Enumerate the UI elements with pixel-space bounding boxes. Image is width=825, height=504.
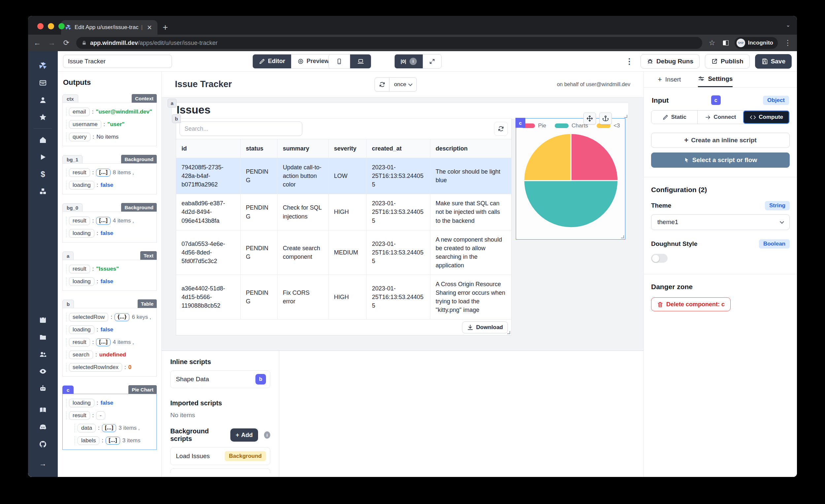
output-section-id[interactable]: bg_1 <box>62 155 82 163</box>
output-row-query[interactable]: query:No items <box>66 133 152 141</box>
table-cell-summary[interactable]: Fix CORS error <box>278 275 329 319</box>
mode-connect-button[interactable]: Connect <box>697 111 744 124</box>
table-cell-description[interactable]: A new component should be created to all… <box>430 230 511 275</box>
pie-chart-component-c[interactable]: c PieCharts<3 <box>516 118 625 240</box>
discord-icon[interactable] <box>39 423 47 431</box>
output-row-loading[interactable]: loading:false <box>66 181 152 190</box>
select-script-button[interactable]: Select a script or flow <box>651 152 790 168</box>
forward-icon[interactable]: → <box>47 39 57 47</box>
output-row-result[interactable]: result:"Issues" <box>66 265 152 273</box>
schedule-control[interactable]: once <box>375 77 417 92</box>
resize-handle[interactable] <box>621 235 624 238</box>
schedule-dropdown[interactable]: once <box>389 81 417 88</box>
doughnut-toggle[interactable] <box>651 254 668 263</box>
apps-grid-icon[interactable] <box>39 79 47 87</box>
back-icon[interactable]: ← <box>33 39 42 47</box>
output-row-loading[interactable]: loading:false <box>66 399 152 407</box>
column-header-summary[interactable]: summary <box>278 139 329 158</box>
docs-book-icon[interactable] <box>39 406 47 414</box>
app-name-input[interactable] <box>63 55 172 68</box>
column-header-created_at[interactable]: created_at <box>367 139 430 158</box>
schedules-calendar-icon[interactable] <box>39 315 47 324</box>
audit-eye-icon[interactable] <box>39 367 47 376</box>
column-header-status[interactable]: status <box>241 139 278 158</box>
table-cell-id[interactable]: eaba8d96-e387-4d2d-8494-096e4143b8fa <box>176 194 241 230</box>
table-cell-description[interactable]: A Cross Origin Resource Sharing error oc… <box>430 275 511 319</box>
column-header-description[interactable]: description <box>430 139 511 158</box>
legend-item[interactable]: Charts <box>555 123 588 129</box>
tab-close-icon[interactable]: ✕ <box>146 24 153 31</box>
script-card[interactable]: Shape Datab <box>170 370 270 388</box>
table-search-input[interactable] <box>179 122 302 136</box>
side-panel-icon[interactable] <box>722 39 729 47</box>
add-background-script-button[interactable]: +Add <box>230 428 258 442</box>
mobile-view-button[interactable] <box>329 55 350 68</box>
toolbar-menu-icon[interactable]: ⋮ <box>623 57 635 66</box>
theme-select[interactable]: theme1 <box>651 214 790 230</box>
table-cell-severity[interactable]: HIGH <box>329 275 367 319</box>
pie-slice-Charts[interactable] <box>524 181 618 228</box>
output-row-result[interactable]: result:[...]8 items , <box>66 168 152 177</box>
output-section-id[interactable]: a <box>62 251 74 260</box>
profile-chip[interactable]: 👓 Incognito <box>735 37 778 49</box>
download-button[interactable]: Download <box>462 321 508 333</box>
column-header-id[interactable]: id <box>176 139 241 158</box>
output-row-result[interactable]: result:- <box>66 411 152 420</box>
table-cell-id[interactable]: 07da0553-4e6e-4d56-8ded-5fd0f7d5c3c2 <box>176 230 241 275</box>
close-window-button[interactable] <box>37 23 44 29</box>
output-row-data[interactable]: data:[...]3 items , <box>75 424 152 432</box>
tab-insert[interactable]: + Insert <box>658 72 681 87</box>
output-section-id[interactable]: c <box>62 385 74 394</box>
output-section-bg_1[interactable]: bg_1Backgroundresult:[...]8 items ,loadi… <box>62 153 157 195</box>
script-card-partial[interactable] <box>170 469 270 473</box>
output-section-c[interactable]: cPie Chartloading:falseresult:-data:[...… <box>62 384 157 450</box>
address-field[interactable]: app.windmill.dev/apps/edit/u/user/issue-… <box>76 37 702 49</box>
fullscreen-button[interactable] <box>423 55 441 68</box>
tab-search-chevron-icon[interactable]: ⌄ <box>786 22 791 28</box>
component-label-a[interactable]: a <box>168 99 176 107</box>
table-cell-status[interactable]: PENDING <box>241 194 278 230</box>
new-tab-button[interactable]: + <box>163 23 168 32</box>
output-row-loading[interactable]: loading:false <box>66 326 152 334</box>
table-cell-description[interactable]: Make sure that SQL can not be injected w… <box>430 194 511 230</box>
table-cell-summary[interactable]: Update call-to-action button color <box>278 158 329 194</box>
variables-dollar-icon[interactable]: $ <box>39 170 47 178</box>
table-cell-severity[interactable]: LOW <box>329 158 367 194</box>
resources-cubes-icon[interactable] <box>39 187 47 196</box>
table-cell-created_at[interactable]: 2023-01-25T16:13:53.244055 <box>367 275 430 319</box>
table-cell-status[interactable]: PENDING <box>241 275 278 319</box>
table-refresh-button[interactable] <box>494 122 508 136</box>
workers-robot-icon[interactable] <box>39 384 47 393</box>
anchor-component-button[interactable] <box>599 113 612 125</box>
output-section-id[interactable]: bg_0 <box>62 203 82 212</box>
runs-play-icon[interactable] <box>39 153 47 161</box>
component-label-b[interactable]: b <box>172 114 181 123</box>
bookmark-star-icon[interactable]: ☆ <box>707 39 717 47</box>
canvas[interactable]: a Issues b <box>162 97 644 351</box>
favorites-star-icon[interactable] <box>39 113 47 122</box>
table-component-b[interactable]: b idstatussummaryseveritycreated_atdescr… <box>176 118 512 335</box>
debug-runs-button[interactable]: Debug Runs <box>641 54 699 69</box>
output-section-bg_0[interactable]: bg_0Backgroundresult:[...]4 items ,loadi… <box>62 202 157 242</box>
save-button[interactable]: Save <box>755 54 792 69</box>
browser-menu-icon[interactable]: ⋮ <box>783 39 792 47</box>
table-cell-status[interactable]: PENDING <box>241 158 278 194</box>
output-section-a[interactable]: aTextresult:"Issues"loading:false <box>62 250 157 291</box>
editor-mode-button[interactable]: Editor <box>253 55 291 68</box>
pie-slice-Pie[interactable] <box>571 133 618 181</box>
mode-static-button[interactable]: Static <box>652 111 697 124</box>
desktop-view-button[interactable] <box>350 55 371 68</box>
output-row-search[interactable]: search:undefined <box>66 351 152 359</box>
output-section-id[interactable]: ctx <box>62 94 78 103</box>
output-section-ctx[interactable]: ctxContextemail:"user@windmill.dev"usern… <box>62 93 157 146</box>
table-cell-created_at[interactable]: 2023-01-25T16:13:53.244055 <box>367 194 430 230</box>
delete-component-button[interactable]: Delete component: c <box>651 297 731 311</box>
refresh-button[interactable] <box>375 78 389 91</box>
table-cell-description[interactable]: The color should be light blue <box>430 158 511 194</box>
windmill-logo[interactable] <box>39 61 47 70</box>
component-label-c[interactable]: c <box>516 118 525 128</box>
output-section-id[interactable]: b <box>62 300 74 308</box>
table-cell-id[interactable]: a36e4402-51d8-4d15-b566-119088b8cb52 <box>176 275 241 319</box>
maximize-window-button[interactable] <box>58 23 65 29</box>
groups-users-icon[interactable] <box>39 350 47 358</box>
